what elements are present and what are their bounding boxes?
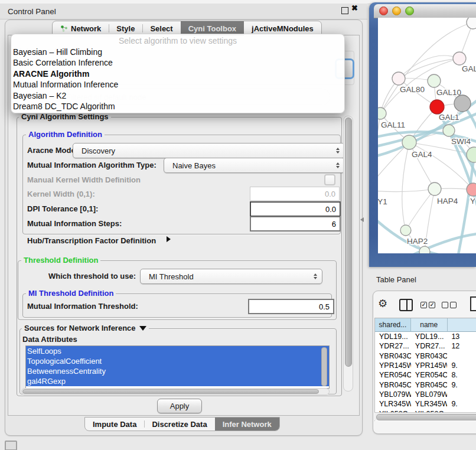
table-row[interactable]: YLR345WYLR345W9. — [375, 399, 476, 409]
table-cell: 13 — [447, 332, 476, 341]
table-cell: YER054C — [375, 370, 411, 380]
tab-impute-data[interactable]: Impute Data — [85, 418, 144, 431]
algorithm-option-aracne-algorithm[interactable]: ARACNE Algorithm — [11, 69, 344, 79]
select-all-icon[interactable]: ✓✓ — [420, 302, 435, 308]
table-cell: 12 — [447, 341, 476, 351]
table-row[interactable]: YER054CYER054C8. — [375, 370, 476, 380]
table-cell — [447, 390, 476, 399]
which-threshold-combo[interactable]: MI Threshold — [140, 269, 322, 284]
document-icon[interactable] — [470, 296, 476, 311]
network-canvas[interactable]: GALGAL80GAL10GAL1GAL11GAL4SWI4GCY1HAP4YH… — [378, 18, 476, 253]
network-node-gal10[interactable] — [428, 74, 441, 87]
attribute-selfloops[interactable]: SelfLoops — [26, 346, 329, 356]
aracne-mode-value: Discovery — [81, 146, 115, 155]
attribute-betweennesscentrality[interactable]: BetweennessCentrality — [26, 366, 329, 376]
zoom-window-icon[interactable] — [405, 6, 414, 15]
network-window-titlebar[interactable] — [374, 4, 476, 18]
table-hscrollbar[interactable] — [374, 412, 476, 420]
network-node-hap2[interactable] — [400, 225, 411, 236]
split-columns-icon[interactable] — [399, 299, 413, 311]
algorithm-definition-legend: Algorithm Definition — [26, 131, 105, 139]
network-node[interactable] — [454, 95, 471, 112]
algorithm-option-bayesian-hill-climbing[interactable]: Bayesian – Hill Climbing — [11, 47, 344, 57]
network-node-gal11[interactable] — [378, 107, 386, 119]
attributes-hscrollbar[interactable] — [21, 388, 330, 395]
network-node-swi4[interactable] — [443, 125, 455, 136]
attributes-scrollbar[interactable] — [321, 347, 327, 386]
table-cell: 9. — [447, 361, 476, 370]
table-row[interactable]: YDL19...YDL19...13 — [375, 332, 476, 341]
node-label: GAL10 — [436, 88, 461, 97]
attribute-gal4rgexp[interactable]: gal4RGexp — [26, 376, 329, 386]
network-node-gal1[interactable] — [430, 100, 444, 114]
table-row[interactable]: YDR27...YDR27...12 — [375, 341, 476, 351]
algorithm-option-basic-correlation-inference[interactable]: Basic Correlation Inference — [11, 57, 344, 68]
mi-threshold-legend: MI Threshold Definition — [26, 289, 116, 298]
apply-button[interactable]: Apply — [157, 399, 202, 413]
close-window-icon[interactable] — [379, 6, 388, 15]
network-node[interactable] — [419, 246, 430, 253]
settings-scroll-thumb[interactable] — [345, 118, 352, 367]
table-cell: YBL079W — [411, 390, 448, 399]
expand-arrow-icon[interactable] — [167, 236, 171, 242]
algorithm-option-dream8-dc-tdc-algorithm[interactable]: Dream8 DC_TDC Algorithm — [11, 101, 344, 112]
table-row[interactable]: YBR045CYBR045C9. — [375, 380, 476, 389]
network-node-gal[interactable] — [453, 52, 466, 65]
network-node-y[interactable] — [467, 183, 476, 196]
table-row[interactable]: YBL079WYBL079W — [375, 390, 476, 399]
collapse-arrow-icon[interactable] — [139, 326, 146, 331]
tab-discretize-data[interactable]: Discretize Data — [144, 418, 214, 431]
algorithm-list: Bayesian – Hill ClimbingBasic Correlatio… — [11, 47, 344, 112]
hub-definition-label: Hub/Transcription Factor Definition — [27, 236, 156, 245]
kernel-width-field[interactable]: 0.0 — [250, 187, 340, 201]
stepper-icon — [314, 273, 317, 279]
network-node-hap4[interactable] — [428, 182, 441, 195]
hscroll-thumb[interactable] — [22, 389, 319, 394]
table-cell: YBR045C — [411, 380, 448, 389]
column-header-shared[interactable]: shared... — [375, 318, 411, 332]
table-row[interactable]: YBR043CYBR043C — [375, 351, 476, 361]
node-label: GAL4 — [412, 150, 432, 159]
mi-threshold-field[interactable]: 0.5 — [248, 299, 334, 314]
stepper-icon — [336, 162, 340, 168]
table-hscroll-thumb[interactable] — [376, 414, 476, 420]
network-node-gal80[interactable] — [392, 72, 405, 85]
close-icon[interactable]: ✖ — [351, 4, 358, 12]
mi-steps-field[interactable]: 6 — [250, 216, 341, 231]
minimize-window-icon[interactable] — [392, 6, 401, 15]
table-header: shared...name — [375, 318, 476, 332]
panel-divider-arrow-icon[interactable] — [360, 217, 364, 222]
minimized-panel-icon[interactable] — [5, 441, 17, 450]
float-window-icon[interactable] — [341, 7, 348, 14]
manual-kernel-label: Manual Kernel Width Definition — [27, 175, 141, 184]
table-body: YDL19...YDL19...13YDR27...YDR27...12YBR0… — [375, 332, 476, 419]
data-attributes-label: Data Attributes — [22, 335, 77, 344]
column-header-col2[interactable] — [448, 318, 476, 332]
manual-kernel-checkbox[interactable] — [324, 174, 335, 185]
mi-type-combo[interactable]: Naive Bayes — [164, 158, 345, 173]
table-row[interactable]: YPR145WYPR145W9. — [375, 361, 476, 370]
sources-title: Sources for Network Inference — [24, 324, 136, 332]
table-cell: YBR043C — [375, 351, 411, 361]
table-cell: YLR345W — [411, 399, 448, 409]
table-panel-title: Table Panel — [376, 275, 416, 284]
gear-icon[interactable]: ⚙ — [378, 297, 387, 310]
column-header-name[interactable]: name — [411, 318, 448, 332]
select-none-icon[interactable] — [442, 302, 457, 308]
data-attributes-list[interactable]: SelfLoopsTopologicalCoefficientBetweenne… — [25, 345, 330, 389]
tab-label: Infer Network — [223, 420, 272, 429]
tab-infer-network[interactable]: Infer Network — [215, 418, 279, 431]
algorithm-option-mutual-information-inference[interactable]: Mutual Information Inference — [11, 79, 344, 90]
algorithm-option-bayesian-k2[interactable]: Bayesian – K2 — [11, 90, 344, 101]
attribute-topologicalcoefficient[interactable]: TopologicalCoefficient — [26, 356, 329, 366]
settings-scrollbar[interactable] — [343, 116, 353, 392]
aracne-mode-combo[interactable]: Discovery — [73, 143, 345, 158]
network-node[interactable] — [467, 18, 476, 29]
mi-steps-label: Mutual Information Steps: — [27, 219, 122, 228]
which-threshold-label: Which threshold to use: — [48, 272, 136, 281]
node-table[interactable]: shared...name YDL19...YDL19...13YDR27...… — [374, 318, 476, 421]
node-label: GCY1 — [378, 197, 387, 206]
network-node-gal4[interactable] — [402, 135, 416, 149]
node-label: HAP2 — [407, 237, 428, 246]
dpi-tolerance-field[interactable]: 0.0 — [250, 201, 341, 217]
